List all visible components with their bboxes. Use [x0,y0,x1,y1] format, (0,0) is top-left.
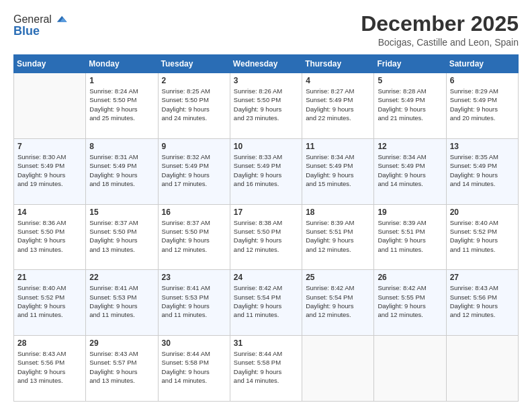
day-info: Sunrise: 8:29 AMSunset: 5:49 PMDaylight:… [450,87,515,122]
day-info: Sunrise: 8:39 AMSunset: 5:51 PMDaylight:… [306,218,370,254]
calendar-week-3: 14Sunrise: 8:36 AMSunset: 5:50 PMDayligh… [14,204,519,270]
calendar-cell-w3-d2: 16Sunrise: 8:37 AMSunset: 5:50 PMDayligh… [158,204,230,270]
calendar-cell-w1-d0 [14,73,86,139]
header-thursday: Thursday [302,55,374,73]
calendar-cell-w5-d6 [446,336,518,402]
day-info: Sunrise: 8:34 AMSunset: 5:49 PMDaylight:… [378,152,442,188]
day-info: Sunrise: 8:43 AMSunset: 5:56 PMDaylight:… [450,283,515,319]
calendar-table: Sunday Monday Tuesday Wednesday Thursday… [13,54,519,402]
calendar-cell-w1-d3: 3Sunrise: 8:26 AMSunset: 5:50 PMDaylight… [230,73,302,139]
day-number: 24 [234,273,298,282]
calendar-cell-w3-d0: 14Sunrise: 8:36 AMSunset: 5:50 PMDayligh… [14,204,86,270]
page: General Blue December 2025 Bocigas, Cast… [0,0,532,411]
day-info: Sunrise: 8:27 AMSunset: 5:49 PMDaylight:… [306,87,370,122]
calendar-cell-w1-d4: 4Sunrise: 8:27 AMSunset: 5:49 PMDaylight… [302,73,374,139]
day-number: 30 [162,338,226,348]
day-info: Sunrise: 8:42 AMSunset: 5:55 PMDaylight:… [378,283,442,319]
day-number: 28 [17,338,82,348]
day-number: 9 [162,142,226,151]
header-sunday: Sunday [14,55,86,73]
day-number: 13 [450,142,515,151]
calendar-cell-w1-d5: 5Sunrise: 8:28 AMSunset: 5:49 PMDaylight… [374,73,446,139]
day-number: 22 [89,273,154,282]
calendar-week-1: 1Sunrise: 8:24 AMSunset: 5:50 PMDaylight… [14,73,519,139]
day-info: Sunrise: 8:42 AMSunset: 5:54 PMDaylight:… [306,283,370,319]
day-info: Sunrise: 8:44 AMSunset: 5:58 PMDaylight:… [162,349,226,385]
day-number: 1 [89,76,154,85]
calendar-cell-w2-d3: 10Sunrise: 8:33 AMSunset: 5:49 PMDayligh… [230,138,302,204]
calendar-cell-w3-d1: 15Sunrise: 8:37 AMSunset: 5:50 PMDayligh… [86,204,158,270]
day-number: 20 [450,208,515,217]
day-number: 5 [378,76,442,85]
day-number: 10 [234,142,298,151]
location: Bocigas, Castille and Leon, Spain [361,37,519,48]
calendar-cell-w2-d5: 12Sunrise: 8:34 AMSunset: 5:49 PMDayligh… [374,138,446,204]
header: General Blue December 2025 Bocigas, Cast… [13,12,519,48]
logo: General Blue [13,12,68,38]
day-number: 26 [378,273,442,282]
calendar-cell-w2-d2: 9Sunrise: 8:32 AMSunset: 5:49 PMDaylight… [158,138,230,204]
day-number: 14 [17,208,82,217]
day-info: Sunrise: 8:31 AMSunset: 5:49 PMDaylight:… [89,152,154,188]
header-friday: Friday [374,55,446,73]
day-number: 3 [234,76,298,85]
day-info: Sunrise: 8:35 AMSunset: 5:49 PMDaylight:… [450,152,515,188]
header-saturday: Saturday [446,55,518,73]
header-tuesday: Tuesday [158,55,230,73]
header-monday: Monday [86,55,158,73]
day-number: 2 [162,76,226,85]
day-info: Sunrise: 8:30 AMSunset: 5:49 PMDaylight:… [17,152,82,188]
logo-icon [53,12,68,27]
day-info: Sunrise: 8:37 AMSunset: 5:50 PMDaylight:… [162,218,226,254]
calendar-cell-w5-d2: 30Sunrise: 8:44 AMSunset: 5:58 PMDayligh… [158,336,230,402]
calendar-cell-w4-d1: 22Sunrise: 8:41 AMSunset: 5:53 PMDayligh… [86,270,158,336]
day-number: 27 [450,273,515,282]
day-number: 21 [17,273,82,282]
day-info: Sunrise: 8:44 AMSunset: 5:58 PMDaylight:… [234,349,298,385]
day-number: 16 [162,208,226,217]
day-number: 11 [306,142,370,151]
day-number: 31 [234,338,298,348]
calendar-cell-w3-d4: 18Sunrise: 8:39 AMSunset: 5:51 PMDayligh… [302,204,374,270]
calendar-cell-w3-d6: 20Sunrise: 8:40 AMSunset: 5:52 PMDayligh… [446,204,518,270]
day-info: Sunrise: 8:25 AMSunset: 5:50 PMDaylight:… [162,87,226,122]
header-wednesday: Wednesday [230,55,302,73]
day-info: Sunrise: 8:28 AMSunset: 5:49 PMDaylight:… [378,87,442,122]
day-number: 12 [378,142,442,151]
day-info: Sunrise: 8:43 AMSunset: 5:57 PMDaylight:… [89,349,154,385]
title-area: December 2025 Bocigas, Castille and Leon… [361,12,519,48]
day-info: Sunrise: 8:43 AMSunset: 5:56 PMDaylight:… [17,349,82,385]
calendar-cell-w2-d4: 11Sunrise: 8:34 AMSunset: 5:49 PMDayligh… [302,138,374,204]
day-number: 8 [89,142,154,151]
day-info: Sunrise: 8:39 AMSunset: 5:51 PMDaylight:… [378,218,442,254]
calendar-cell-w1-d2: 2Sunrise: 8:25 AMSunset: 5:50 PMDaylight… [158,73,230,139]
day-info: Sunrise: 8:40 AMSunset: 5:52 PMDaylight:… [450,218,515,254]
day-info: Sunrise: 8:36 AMSunset: 5:50 PMDaylight:… [17,218,82,254]
day-info: Sunrise: 8:33 AMSunset: 5:49 PMDaylight:… [234,152,298,188]
calendar-cell-w1-d6: 6Sunrise: 8:29 AMSunset: 5:49 PMDaylight… [446,73,518,139]
calendar-cell-w2-d1: 8Sunrise: 8:31 AMSunset: 5:49 PMDaylight… [86,138,158,204]
day-info: Sunrise: 8:34 AMSunset: 5:49 PMDaylight:… [306,152,370,188]
calendar-cell-w5-d1: 29Sunrise: 8:43 AMSunset: 5:57 PMDayligh… [86,336,158,402]
day-number: 7 [17,142,82,151]
day-info: Sunrise: 8:38 AMSunset: 5:50 PMDaylight:… [234,218,298,254]
day-number: 19 [378,208,442,217]
calendar-cell-w2-d0: 7Sunrise: 8:30 AMSunset: 5:49 PMDaylight… [14,138,86,204]
calendar-cell-w5-d3: 31Sunrise: 8:44 AMSunset: 5:58 PMDayligh… [230,336,302,402]
day-info: Sunrise: 8:37 AMSunset: 5:50 PMDaylight:… [89,218,154,254]
day-number: 6 [450,76,515,85]
day-info: Sunrise: 8:32 AMSunset: 5:49 PMDaylight:… [162,152,226,188]
day-number: 15 [89,208,154,217]
day-info: Sunrise: 8:24 AMSunset: 5:50 PMDaylight:… [89,87,154,122]
day-number: 23 [162,273,226,282]
calendar-cell-w1-d1: 1Sunrise: 8:24 AMSunset: 5:50 PMDaylight… [86,73,158,139]
calendar-week-4: 21Sunrise: 8:40 AMSunset: 5:52 PMDayligh… [14,270,519,336]
day-info: Sunrise: 8:26 AMSunset: 5:50 PMDaylight:… [234,87,298,122]
calendar-cell-w4-d4: 25Sunrise: 8:42 AMSunset: 5:54 PMDayligh… [302,270,374,336]
day-info: Sunrise: 8:41 AMSunset: 5:53 PMDaylight:… [162,283,226,319]
calendar-cell-w5-d5 [374,336,446,402]
day-info: Sunrise: 8:41 AMSunset: 5:53 PMDaylight:… [89,283,154,319]
calendar-header-row: Sunday Monday Tuesday Wednesday Thursday… [14,55,519,73]
day-number: 17 [234,208,298,217]
calendar-week-5: 28Sunrise: 8:43 AMSunset: 5:56 PMDayligh… [14,336,519,402]
